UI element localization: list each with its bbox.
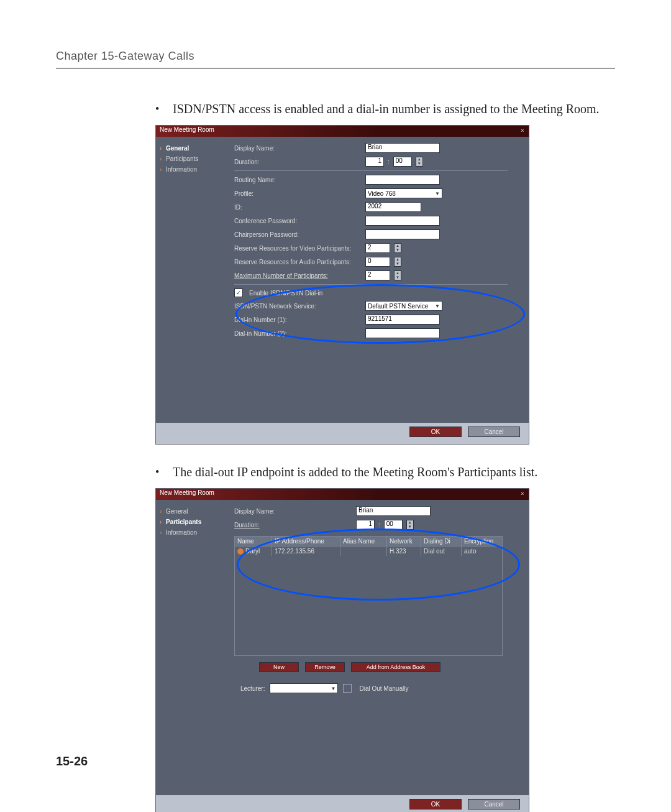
cancel-button[interactable]: Cancel (468, 799, 520, 810)
input-chair-password[interactable] (365, 229, 440, 239)
cancel-button[interactable]: Cancel (468, 427, 520, 437)
remove-button[interactable]: Remove (305, 662, 345, 672)
col-ip[interactable]: IP Address/Phone (272, 537, 340, 546)
label-display-name: Display Name: (234, 508, 352, 515)
input-duration-m[interactable]: 00 (393, 157, 412, 167)
table-row[interactable]: Daryl 172.22.135.56 H.323 Dial out auto (235, 547, 502, 556)
sidebar-item-participants[interactable]: Participants (160, 517, 227, 527)
reserve-audio-stepper[interactable]: ▲▼ (394, 257, 401, 267)
select-lecturer[interactable]: ▼ (270, 683, 338, 693)
label-duration[interactable]: Duration: (234, 522, 352, 528)
bullet-dot: • (155, 100, 173, 118)
label-max-participants[interactable]: Maximum Number of Participants: (234, 272, 362, 279)
reserve-video-stepper[interactable]: ▲▼ (394, 243, 401, 253)
bullet-item: • The dial-out IP endpoint is added to t… (155, 463, 615, 481)
sidebar-item-general[interactable]: General (160, 143, 227, 154)
add-from-address-book-button[interactable]: Add from Address Book (351, 662, 440, 672)
dialog-title: New Meeting Room (160, 489, 214, 496)
input-conference-password[interactable] (365, 216, 440, 226)
label-isdn-service: ISDN/PSTN Network Service: (234, 303, 362, 310)
checkbox-dial-out-manually[interactable] (343, 684, 352, 693)
cell-network: H.323 (387, 547, 421, 556)
col-name[interactable]: Name (235, 537, 272, 546)
label-dialin-2: Dial-in Number (2): (234, 330, 362, 337)
duration-stepper[interactable]: ▲▼ (406, 520, 414, 530)
input-id[interactable]: 2002 (365, 202, 421, 212)
cell-alias (340, 547, 387, 556)
label-display-name: Display Name: (234, 145, 362, 152)
table-body: Daryl 172.22.135.56 H.323 Dial out auto (235, 547, 502, 655)
label-dial-out-manually: Dial Out Manually (359, 685, 408, 692)
chapter-header: Chapter 15-Gateway Calls (56, 50, 615, 63)
sidebar-item-information[interactable]: Information (160, 164, 227, 175)
label-reserve-video: Reserve Resources for Video Participants… (234, 245, 362, 252)
dialog-sidebar: General Participants Information (156, 500, 231, 795)
input-routing-name[interactable] (365, 175, 440, 185)
dialog-main-panel: Display Name: Brian Duration: 1 : 00 ▲▼ (231, 500, 529, 795)
dialog-title: New Meeting Room (160, 126, 214, 133)
sidebar-item-general[interactable]: General (160, 506, 227, 517)
col-dialing[interactable]: Dialing Di (421, 537, 462, 546)
sidebar-item-participants[interactable]: Participants (160, 154, 227, 164)
new-button[interactable]: New (259, 662, 299, 672)
table-action-row: New Remove Add from Address Book (259, 662, 521, 672)
section-divider (234, 284, 508, 285)
participants-table: Name IP Address/Phone Alias Name Network… (234, 536, 503, 656)
sidebar-item-information[interactable]: Information (160, 527, 227, 538)
dialog-sidebar: General Participants Information (156, 137, 231, 423)
screenshot-meeting-room-participants: New Meeting Room × General Participants … (155, 488, 529, 812)
dialog-titlebar: New Meeting Room × (156, 126, 529, 137)
bullet-text: ISDN/PSTN access is enabled and a dial-i… (173, 100, 600, 118)
input-max-participants[interactable]: 2 (365, 270, 390, 280)
duration-colon: : (378, 522, 380, 528)
col-network[interactable]: Network (387, 537, 421, 546)
label-reserve-audio: Reserve Resources for Audio Participants… (234, 259, 362, 265)
dialog-titlebar: New Meeting Room × (156, 489, 529, 500)
close-icon[interactable]: × (519, 490, 526, 497)
label-enable-isdn: Enable ISDN/PSTN Dial-in (249, 290, 322, 297)
input-reserve-audio[interactable]: 0 (365, 257, 390, 267)
col-encryption[interactable]: Encryption (462, 537, 502, 546)
cell-name: Daryl (245, 548, 260, 555)
ok-button[interactable]: OK (409, 427, 462, 437)
label-lecturer: Lecturer: (240, 685, 265, 692)
label-profile: Profile: (234, 190, 362, 197)
duration-stepper[interactable]: ▲▼ (416, 157, 423, 167)
header-divider (56, 68, 615, 69)
select-isdn-service[interactable]: Default PSTN Service ▼ (365, 301, 442, 311)
page-number: 15-26 (56, 754, 88, 768)
bullet-text: The dial-out IP endpoint is added to the… (173, 463, 537, 481)
chevron-down-icon: ▼ (435, 303, 440, 309)
label-dialin-1: Dial-in Number (1): (234, 316, 362, 323)
dialog-main-panel: Display Name: Brian Duration: 1 : 00 ▲▼ … (231, 137, 529, 423)
label-chair-password: Chairperson Password: (234, 231, 362, 238)
input-display-name[interactable]: Brian (365, 143, 440, 153)
chevron-down-icon: ▼ (435, 191, 440, 196)
select-profile-value: Video 768 (368, 190, 396, 197)
checkbox-enable-isdn[interactable]: ✓ (234, 288, 243, 297)
cell-encryption: auto (462, 547, 502, 556)
input-display-name[interactable]: Brian (356, 506, 431, 516)
duration-colon: : (388, 159, 390, 165)
input-reserve-video[interactable]: 2 (365, 243, 390, 253)
input-duration-h[interactable]: 1 (365, 157, 384, 167)
label-conference-password: Conference Password: (234, 218, 362, 224)
screenshot-meeting-room-general: New Meeting Room × General Participants … (155, 125, 529, 445)
input-dialin-1[interactable]: 9211571 (365, 315, 440, 325)
select-profile[interactable]: Video 768 ▼ (365, 188, 442, 198)
table-header-row: Name IP Address/Phone Alias Name Network… (235, 537, 502, 547)
input-duration-m[interactable]: 00 (384, 520, 403, 530)
close-icon[interactable]: × (519, 127, 526, 134)
bullet-item: • ISDN/PSTN access is enabled and a dial… (155, 100, 615, 118)
cell-ip: 172.22.135.56 (272, 547, 340, 556)
input-dialin-2[interactable] (365, 328, 440, 338)
input-duration-h[interactable]: 1 (356, 520, 375, 530)
select-isdn-service-value: Default PSTN Service (368, 303, 428, 310)
bullet-dot: • (155, 463, 173, 481)
section-divider (234, 170, 508, 171)
participant-icon (237, 548, 244, 555)
col-alias[interactable]: Alias Name (340, 537, 387, 546)
ok-button[interactable]: OK (409, 799, 462, 810)
max-participants-stepper[interactable]: ▲▼ (394, 270, 401, 280)
dialog-button-bar: OK Cancel (156, 795, 529, 812)
